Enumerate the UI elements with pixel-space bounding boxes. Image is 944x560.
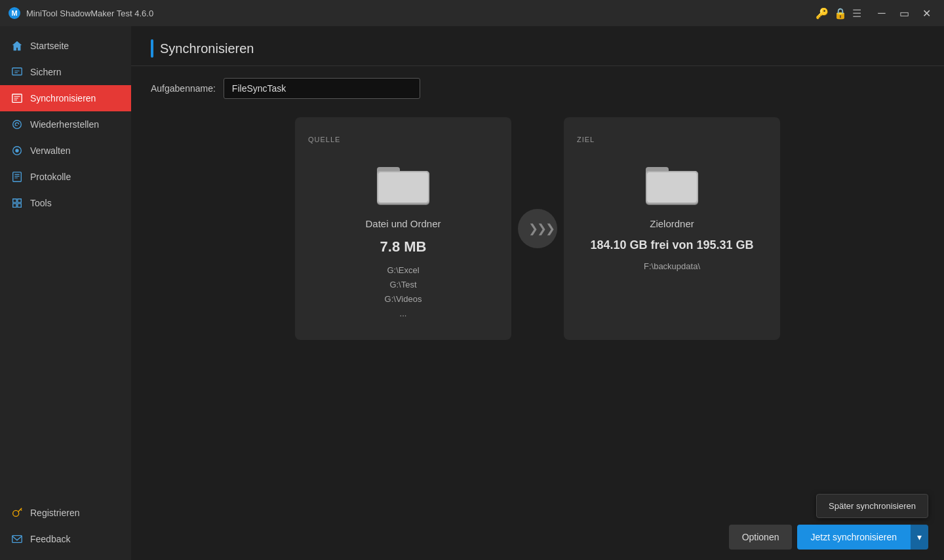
task-name-input[interactable]	[224, 78, 420, 99]
svg-rect-7	[13, 172, 22, 181]
restore-icon	[10, 118, 24, 131]
later-sync-popup[interactable]: Später synchronisieren	[816, 494, 928, 518]
main-layout: Startseite Sichern Synchronisieren Wiede…	[0, 26, 944, 560]
source-section-label: QUELLE	[308, 136, 340, 143]
sync-now-button[interactable]: Jetzt synchronisieren	[797, 525, 910, 550]
sidebar-label-registrieren: Registrieren	[30, 508, 79, 518]
arrow-circle: ❯❯❯	[518, 209, 557, 248]
key-icon[interactable]: 🔑	[816, 7, 829, 20]
task-name-row: Aufgabenname:	[131, 66, 944, 111]
home-icon	[10, 39, 24, 52]
source-path-more: ...	[385, 307, 422, 321]
dest-section-label: ZIEL	[577, 136, 595, 143]
app-logo: M	[8, 7, 21, 20]
sidebar-item-startseite[interactable]: Startseite	[0, 33, 131, 59]
task-label: Aufgabenname:	[151, 83, 216, 94]
mail-icon	[10, 532, 24, 546]
sidebar-item-tools[interactable]: Tools	[0, 190, 131, 216]
content-area: Synchronisieren Aufgabenname: QUELLE	[131, 26, 944, 560]
source-type-label: Datei und Ordner	[365, 218, 441, 229]
sidebar: Startseite Sichern Synchronisieren Wiede…	[0, 26, 131, 560]
svg-point-6	[15, 149, 18, 152]
titlebar-icons: 🔑 🔒 ☰	[816, 7, 861, 20]
page-title-bar	[151, 39, 153, 58]
app-title: MiniTool ShadowMaker Test 4.6.0	[26, 9, 816, 18]
close-button[interactable]: ✕	[916, 3, 936, 23]
source-folder-icon	[377, 159, 429, 205]
dest-card[interactable]: ZIEL Zielordner 184.10 GB frei von 195.3…	[564, 117, 780, 340]
cards-area: QUELLE Datei und Ordner 7.8 MB G:\Excel …	[131, 111, 944, 514]
minimize-button[interactable]: ─	[872, 3, 892, 23]
restore-button[interactable]: ▭	[894, 3, 914, 23]
sidebar-label-sichern: Sichern	[30, 67, 61, 77]
source-card[interactable]: QUELLE Datei und Ordner 7.8 MB G:\Excel …	[295, 117, 511, 340]
sidebar-label-tools: Tools	[30, 198, 52, 208]
window-controls: ─ ▭ ✕	[872, 3, 936, 23]
options-button[interactable]: Optionen	[729, 525, 793, 550]
key-sidebar-icon	[10, 506, 24, 519]
sidebar-item-feedback[interactable]: Feedback	[0, 526, 131, 552]
sidebar-item-registrieren[interactable]: Registrieren	[0, 500, 131, 526]
sidebar-label-wiederherstellen: Wiederherstellen	[30, 119, 99, 130]
sidebar-label-protokolle: Protokolle	[30, 172, 71, 182]
dest-free-space: 184.10 GB frei von 195.31 GB	[590, 238, 753, 252]
source-path-2: G:\Test	[385, 278, 422, 292]
svg-point-4	[13, 121, 22, 129]
sidebar-item-protokolle[interactable]: Protokolle	[0, 164, 131, 190]
sidebar-item-verwalten[interactable]: Verwalten	[0, 138, 131, 164]
source-size: 7.8 MB	[380, 238, 427, 255]
dest-type-label: Zielordner	[650, 218, 694, 229]
manage-icon	[10, 144, 24, 157]
sidebar-spacer	[0, 216, 131, 500]
sync-button-group: Jetzt synchronisieren ▾	[797, 525, 928, 550]
sync-arrow: ❯❯❯	[511, 209, 564, 248]
page-title-wrap: Synchronisieren	[151, 39, 924, 58]
log-icon	[10, 170, 24, 183]
page-header: Synchronisieren	[131, 26, 944, 66]
sidebar-label-verwalten: Verwalten	[30, 145, 70, 156]
sidebar-label-synchronisieren: Synchronisieren	[30, 93, 96, 103]
svg-point-8	[13, 510, 19, 516]
sync-dropdown-button[interactable]: ▾	[910, 525, 928, 550]
sidebar-item-wiederherstellen[interactable]: Wiederherstellen	[0, 111, 131, 138]
dest-path: F:\backupdata\	[644, 261, 700, 271]
svg-rect-15	[378, 172, 428, 202]
sidebar-bottom: Registrieren Feedback	[0, 500, 131, 560]
tools-icon	[10, 196, 24, 210]
svg-text:M: M	[11, 9, 17, 17]
sidebar-item-synchronisieren[interactable]: Synchronisieren	[0, 85, 131, 111]
source-path-1: G:\Excel	[385, 263, 422, 278]
svg-line-10	[20, 510, 22, 511]
sidebar-label-startseite: Startseite	[30, 41, 69, 51]
sync-icon	[10, 92, 24, 105]
bottom-bar: Später synchronisieren Optionen Jetzt sy…	[131, 514, 944, 560]
sidebar-label-feedback: Feedback	[30, 534, 70, 544]
backup-icon	[10, 65, 24, 79]
dest-folder-icon	[646, 159, 698, 205]
menu-icon[interactable]: ☰	[852, 7, 861, 20]
page-title: Synchronisieren	[160, 41, 254, 56]
sidebar-item-sichern[interactable]: Sichern	[0, 59, 131, 85]
lock-icon[interactable]: 🔒	[834, 7, 847, 20]
source-path-3: G:\Videos	[385, 292, 422, 307]
titlebar: M MiniTool ShadowMaker Test 4.6.0 🔑 🔒 ☰ …	[0, 0, 944, 26]
svg-rect-2	[12, 68, 22, 75]
svg-rect-19	[647, 172, 697, 202]
source-paths: G:\Excel G:\Test G:\Videos ...	[385, 263, 422, 321]
svg-rect-11	[12, 536, 22, 543]
